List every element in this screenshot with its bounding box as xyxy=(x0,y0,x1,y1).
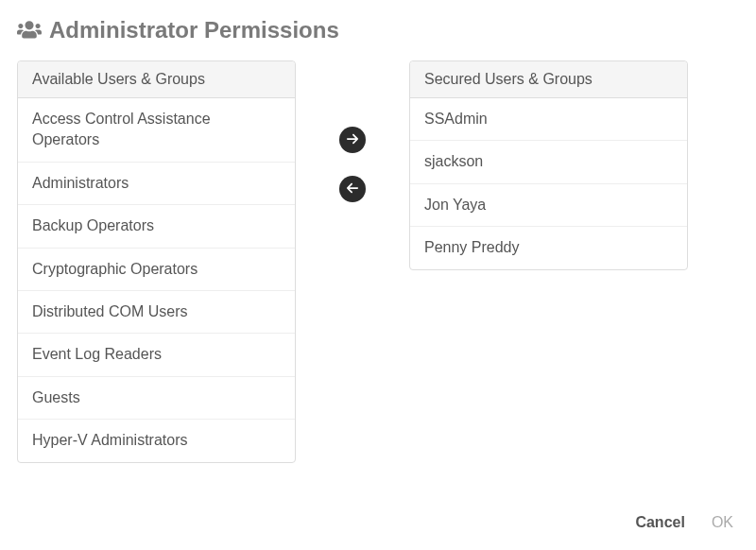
secured-heading: Secured Users & Groups xyxy=(410,61,687,98)
available-list[interactable]: Access Control Assistance Operators Admi… xyxy=(18,98,295,462)
dialog-footer: Cancel OK xyxy=(635,514,733,531)
list-item[interactable]: Penny Preddy xyxy=(410,227,687,268)
list-item[interactable]: Hyper-V Administrators xyxy=(18,420,295,461)
available-heading: Available Users & Groups xyxy=(18,61,295,98)
page-title: Administrator Permissions xyxy=(49,17,339,43)
list-item[interactable]: Guests xyxy=(18,377,295,420)
move-right-button[interactable] xyxy=(339,127,366,153)
list-item[interactable]: Event Log Readers xyxy=(18,334,295,376)
users-icon xyxy=(17,20,42,41)
list-item[interactable]: Access Control Assistance Operators xyxy=(18,98,295,163)
arrow-right-icon xyxy=(346,132,359,148)
list-item[interactable]: Backup Operators xyxy=(18,205,295,248)
list-item[interactable]: Distributed COM Users xyxy=(18,291,295,334)
list-item[interactable]: Administrators xyxy=(18,163,295,205)
list-item[interactable]: Cryptographic Operators xyxy=(18,249,295,291)
cancel-button[interactable]: Cancel xyxy=(635,514,684,531)
arrow-left-icon xyxy=(346,181,359,198)
available-panel: Available Users & Groups Access Control … xyxy=(17,60,296,463)
list-item[interactable]: SSAdmin xyxy=(410,98,687,141)
page-header: Administrator Permissions xyxy=(17,17,739,43)
list-item[interactable]: sjackson xyxy=(410,141,687,183)
secured-panel: Secured Users & Groups SSAdmin sjackson … xyxy=(409,60,688,270)
list-item[interactable]: Jon Yaya xyxy=(410,184,687,227)
move-left-button[interactable] xyxy=(339,176,366,202)
ok-button[interactable]: OK xyxy=(712,514,733,531)
secured-list[interactable]: SSAdmin sjackson Jon Yaya Penny Preddy xyxy=(410,98,687,269)
transfer-arrows xyxy=(296,60,409,202)
